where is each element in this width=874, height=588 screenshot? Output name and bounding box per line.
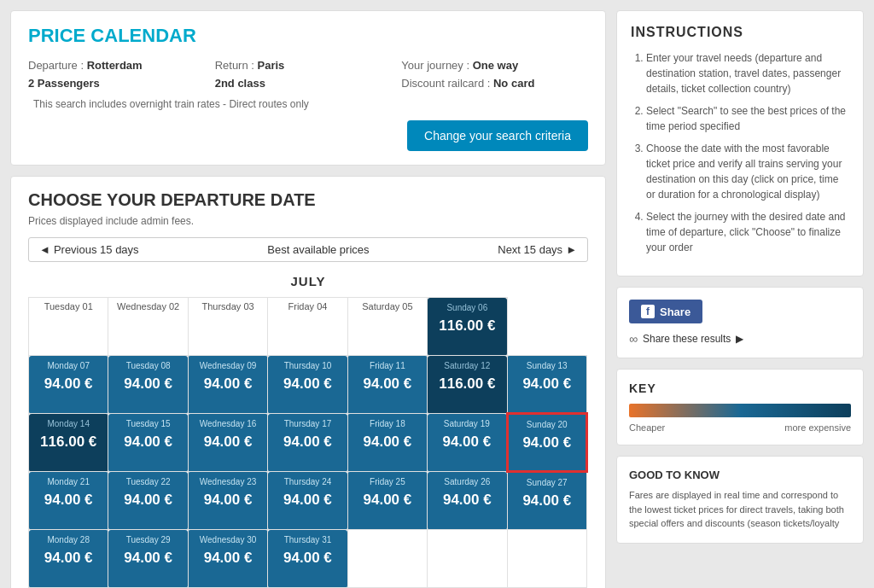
day-label: Thursday 31	[271, 533, 343, 544]
day-price: 94.00 €	[192, 492, 264, 509]
day-label: Sunday 20	[512, 418, 582, 429]
calendar-cell[interactable]: Saturday 2694.00 €	[428, 472, 507, 530]
day-label: Wednesday 16	[192, 417, 264, 428]
prev-button[interactable]: ◄ Previous 15 days	[39, 243, 139, 256]
best-label: Best available prices	[267, 243, 369, 256]
month-label: JULY	[28, 274, 588, 288]
day-label: Saturday 19	[431, 417, 502, 428]
day-label: Monday 14	[32, 417, 104, 428]
day-price: 94.00 €	[112, 376, 184, 393]
day-label: Saturday 26	[431, 475, 503, 486]
calendar-cell[interactable]: Wednesday 1694.00 €	[188, 414, 267, 472]
day-label: Thursday 24	[271, 475, 343, 486]
day-price: 94.00 €	[511, 376, 583, 393]
calendar-cell[interactable]: Thursday 1094.00 €	[268, 356, 347, 414]
calendar-cell[interactable]: Thursday 1794.00 €	[268, 414, 347, 472]
search-details: Departure : Rotterdam Return : Paris You…	[28, 59, 588, 90]
day-label: Saturday 12	[431, 359, 503, 370]
left-panel: PRICE CALENDAR Departure : Rotterdam Ret…	[10, 10, 606, 588]
day-label: Saturday 05	[352, 301, 423, 311]
day-price: 94.00 €	[512, 434, 582, 451]
departure-detail: Departure : Rotterdam	[28, 59, 215, 72]
day-price: 94.00 €	[112, 550, 184, 567]
calendar-cell[interactable]: Thursday 2494.00 €	[268, 472, 347, 530]
day-price: 94.00 €	[352, 492, 423, 509]
day-price: 94.00 €	[192, 376, 264, 393]
calendar-cell: Tuesday 01	[29, 298, 108, 356]
calendar-cell[interactable]: Tuesday 0894.00 €	[108, 356, 188, 414]
day-price: 94.00 €	[112, 492, 184, 509]
day-price: 94.00 €	[32, 376, 104, 393]
calendar-cell[interactable]: Friday 2594.00 €	[347, 472, 427, 530]
instruction-item-3: Choose the date with the most favorable …	[646, 141, 849, 202]
facebook-share-button[interactable]: f Share	[629, 300, 702, 323]
calendar-cell[interactable]: Saturday 1994.00 €	[428, 414, 507, 472]
passengers-detail: 2 Passengers	[28, 77, 215, 90]
calendar-cell	[428, 530, 507, 588]
day-label: Sunday 06	[431, 301, 503, 312]
instructions-title: INSTRUCTIONS	[631, 25, 849, 40]
instructions-card: INSTRUCTIONS Enter your travel needs (de…	[616, 10, 864, 277]
day-price: 94.00 €	[431, 492, 503, 509]
day-price: 94.00 €	[431, 434, 502, 451]
navigation-bar: ◄ Previous 15 days Best available prices…	[28, 237, 588, 262]
day-price: 94.00 €	[271, 376, 343, 393]
day-label: Thursday 03	[192, 301, 264, 311]
calendar-cell	[507, 530, 586, 588]
calendar-row-4: Monday 2894.00 €Tuesday 2994.00 €Wednesd…	[29, 530, 587, 588]
instruction-item-4: Select the journey with the desired date…	[646, 209, 849, 255]
day-price: 94.00 €	[32, 550, 104, 567]
day-label: Monday 21	[32, 475, 104, 486]
calendar-cell[interactable]: Sunday 2094.00 €	[507, 414, 586, 472]
calendar-cell[interactable]: Tuesday 2294.00 €	[108, 472, 188, 530]
prices-note: Prices displayed include admin fees.	[28, 215, 588, 227]
calendar-cell[interactable]: Sunday 1394.00 €	[507, 356, 586, 414]
day-price: 94.00 €	[271, 434, 343, 451]
calendar-cell[interactable]: Monday 2194.00 €	[29, 472, 108, 530]
calendar-cell[interactable]: Friday 1894.00 €	[347, 414, 427, 472]
calendar-cell[interactable]: Tuesday 1594.00 €	[108, 414, 188, 472]
next-button[interactable]: Next 15 days ►	[498, 243, 577, 256]
calendar-cell: Thursday 03	[188, 298, 267, 356]
day-price: 116.00 €	[431, 317, 503, 335]
class-detail: 2nd class	[215, 77, 402, 90]
good-to-know-card: GOOD TO KNOW Fares are displayed in real…	[616, 456, 864, 544]
calendar-cell[interactable]: Friday 1194.00 €	[347, 356, 427, 414]
discount-detail: Discount railcard : No card	[401, 77, 588, 90]
calendar-table: Tuesday 01Wednesday 02Thursday 03Friday …	[28, 297, 588, 588]
calendar-cell[interactable]: Monday 0794.00 €	[29, 356, 108, 414]
day-price: 94.00 €	[112, 434, 184, 451]
good-to-know-title: GOOD TO KNOW	[629, 469, 851, 481]
instruction-item-1: Enter your travel needs (departure and d…	[646, 50, 849, 96]
day-label: Wednesday 23	[192, 475, 264, 486]
day-price: 94.00 €	[352, 376, 423, 393]
day-price: 94.00 €	[352, 434, 423, 451]
calendar-cell[interactable]: Monday 2894.00 €	[29, 530, 108, 588]
day-label: Sunday 13	[511, 359, 583, 370]
return-detail: Return : Paris	[215, 59, 402, 72]
instructions-list: Enter your travel needs (departure and d…	[631, 50, 849, 255]
day-label: Tuesday 29	[112, 533, 184, 544]
share-results-link[interactable]: ∞ Share these results ▶	[629, 332, 851, 346]
key-cheaper: Cheaper	[629, 422, 665, 433]
day-label: Tuesday 01	[32, 301, 104, 311]
calendar-card: CHOOSE YOUR DEPARTURE DATE Prices displa…	[10, 176, 606, 588]
day-label: Friday 25	[352, 475, 423, 486]
day-label: Wednesday 09	[192, 359, 264, 370]
key-expensive: more expensive	[784, 422, 851, 433]
calendar-cell[interactable]: Wednesday 2394.00 €	[188, 472, 267, 530]
calendar-cell[interactable]: Saturday 12116.00 €	[428, 356, 507, 414]
calendar-cell[interactable]: Thursday 3194.00 €	[268, 530, 347, 588]
calendar-cell[interactable]: Sunday 06116.00 €	[428, 298, 507, 356]
change-criteria-button[interactable]: Change your search criteria	[407, 120, 588, 151]
day-label: Wednesday 02	[112, 301, 184, 311]
calendar-cell[interactable]: Wednesday 0994.00 €	[188, 356, 267, 414]
day-label: Thursday 17	[271, 417, 343, 428]
calendar-cell[interactable]: Monday 14116.00 €	[29, 414, 108, 472]
calendar-cell	[347, 530, 427, 588]
calendar-cell[interactable]: Wednesday 3094.00 €	[188, 530, 267, 588]
key-card: KEY Cheaper more expensive	[616, 369, 864, 445]
calendar-row-1: Monday 0794.00 €Tuesday 0894.00 €Wednesd…	[29, 356, 587, 414]
calendar-cell[interactable]: Tuesday 2994.00 €	[108, 530, 188, 588]
calendar-cell[interactable]: Sunday 2794.00 €	[507, 472, 586, 530]
